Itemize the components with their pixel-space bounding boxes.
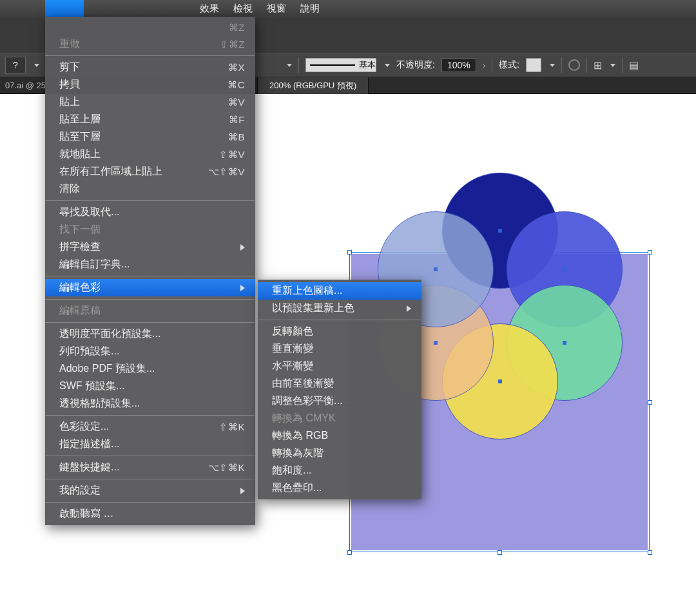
- menu-item[interactable]: 透明度平面化預設集...: [45, 325, 255, 343]
- menu-separator: [45, 299, 255, 300]
- dropdown-caret-icon[interactable]: [34, 64, 39, 67]
- menu-item-label: 編輯色彩: [59, 281, 101, 294]
- arrange-icon[interactable]: ▤: [629, 59, 639, 72]
- menu-item[interactable]: 列印預設集...: [45, 343, 255, 360]
- selection-handle[interactable]: [347, 550, 352, 555]
- anchor-point[interactable]: [498, 380, 502, 383]
- menu-item[interactable]: 尋找及取代...: [45, 204, 255, 221]
- opacity-input[interactable]: 100%: [441, 58, 476, 72]
- menu-item-label: 拼字檢查: [59, 240, 101, 254]
- dropdown-caret-icon[interactable]: [610, 64, 615, 67]
- menu-item-label: 以預設集重新上色: [272, 302, 354, 315]
- menu-item[interactable]: 拷貝⌘C: [45, 76, 255, 93]
- menu-item[interactable]: 鍵盤快捷鍵...⌥⇧⌘K: [45, 459, 255, 476]
- edit-colors-submenu[interactable]: 重新上色圖稿...以預設集重新上色反轉顏色垂直漸變水平漸變由前至後漸變調整色彩平…: [258, 280, 421, 499]
- menu-item-shortcut: ⌥⇧⌘K: [193, 462, 245, 474]
- help-icon[interactable]: ?: [5, 57, 26, 73]
- menubar-item-help[interactable]: 說明: [300, 3, 320, 15]
- menu-item[interactable]: 貼至上層⌘F: [45, 111, 255, 128]
- menubar-item-window[interactable]: 視窗: [267, 3, 286, 15]
- selection-handle[interactable]: [347, 250, 352, 255]
- selection-handle[interactable]: [498, 550, 502, 555]
- menu-item[interactable]: SWF 預設集...: [45, 378, 255, 395]
- menu-separator: [45, 456, 255, 456]
- submenu-arrow-icon: [240, 488, 245, 494]
- menu-item-label: Adobe PDF 預設集...: [59, 362, 155, 376]
- anchor-point[interactable]: [563, 341, 566, 345]
- menu-item[interactable]: 轉換為灰階: [258, 445, 421, 462]
- menu-item[interactable]: 黑色疊印...: [258, 479, 421, 497]
- menubar-item-view[interactable]: 檢視: [233, 3, 253, 15]
- menu-item[interactable]: Adobe PDF 預設集...: [45, 360, 255, 378]
- dropdown-caret-icon[interactable]: [385, 64, 390, 67]
- menu-item[interactable]: 重新上色圖稿...: [258, 282, 421, 300]
- menu-separator: [45, 322, 255, 323]
- menu-item[interactable]: 以預設集重新上色: [258, 300, 421, 317]
- style-swatch[interactable]: [526, 58, 541, 72]
- menu-separator: [258, 320, 421, 320]
- menu-item[interactable]: 我的設定: [45, 482, 255, 499]
- menu-item[interactable]: 貼上⌘V: [45, 93, 255, 111]
- menu-item[interactable]: 調整色彩平衡...: [258, 392, 421, 410]
- document-tab-active[interactable]: 200% (RGB/GPU 預視): [257, 77, 369, 94]
- menu-item[interactable]: 色彩設定...⇧⌘K: [45, 418, 255, 436]
- menu-item[interactable]: 透視格點預設集...: [45, 395, 255, 412]
- stroke-style-dropdown[interactable]: 基本: [305, 58, 376, 72]
- menu-item-shortcut: ⇧⌘Z: [204, 39, 245, 50]
- anchor-point[interactable]: [434, 341, 438, 345]
- menu-item[interactable]: 剪下⌘X: [45, 59, 255, 76]
- selection-handle[interactable]: [648, 400, 652, 405]
- anchor-point[interactable]: [498, 229, 502, 233]
- menu-item: 重做⇧⌘Z: [45, 35, 255, 53]
- menu-item[interactable]: 貼至下層⌘B: [45, 128, 255, 146]
- submenu-arrow-icon: [240, 285, 245, 291]
- menu-item-label: 調整色彩平衡...: [272, 394, 342, 408]
- menu-item[interactable]: 由前至後漸變: [258, 375, 421, 392]
- menu-item-label: 透明度平面化預設集...: [59, 327, 160, 341]
- anchor-point[interactable]: [434, 267, 438, 271]
- align-icon[interactable]: ⊞: [594, 59, 602, 72]
- menu-item[interactable]: 編輯自訂字典...: [45, 256, 255, 273]
- menubar-item-effects[interactable]: 效果: [200, 3, 219, 15]
- menu-item: 編輯原稿: [45, 302, 255, 320]
- menu-item-label: 色彩設定...: [59, 420, 109, 434]
- menu-item-label: SWF 預設集...: [59, 380, 124, 393]
- menu-item-label: 水平漸變: [272, 360, 313, 373]
- document-tab-partial[interactable]: 07.ai @ 25: [0, 81, 51, 90]
- submenu-arrow-icon: [240, 244, 245, 251]
- menu-item-label: 反轉顏色: [272, 325, 313, 338]
- menu-item-label: 由前至後漸變: [272, 377, 334, 390]
- menu-item[interactable]: 拼字檢查: [45, 238, 255, 256]
- menu-item[interactable]: 反轉顏色: [258, 323, 421, 340]
- menu-item-label: 就地貼上: [59, 148, 101, 161]
- menu-separator: [45, 502, 255, 503]
- menu-item-label: 透視格點預設集...: [59, 397, 140, 410]
- recolor-icon[interactable]: [568, 59, 580, 71]
- menu-item[interactable]: 指定描述檔...: [45, 436, 255, 453]
- menu-item-label: 貼至上層: [59, 113, 101, 126]
- separator: [586, 57, 587, 73]
- dropdown-caret-icon[interactable]: [550, 64, 555, 67]
- dropdown-caret-icon[interactable]: [287, 64, 292, 67]
- menu-item[interactable]: 清除: [45, 180, 255, 198]
- menu-item[interactable]: 編輯色彩: [45, 279, 255, 296]
- menu-item[interactable]: 水平漸變: [258, 358, 421, 375]
- selection-handle[interactable]: [648, 250, 652, 255]
- menu-item[interactable]: 在所有工作區域上貼上⌥⇧⌘V: [45, 163, 255, 180]
- menu-item[interactable]: 轉換為 RGB: [258, 427, 421, 445]
- menu-item[interactable]: 啟動聽寫 …: [45, 505, 255, 523]
- menu-item-shortcut: ⌘B: [213, 131, 245, 143]
- menu-item[interactable]: 就地貼上⇧⌘V: [45, 146, 255, 163]
- menu-item[interactable]: 垂直漸變: [258, 340, 421, 358]
- application-menubar[interactable]: x 效果 檢視 視窗 說明: [0, 0, 696, 17]
- menu-item-label: 黑色疊印...: [272, 481, 322, 495]
- menu-item-label: 飽和度...: [272, 464, 311, 477]
- chevron-right-icon[interactable]: ›: [483, 61, 485, 70]
- menu-item-label: 清除: [59, 182, 80, 196]
- anchor-point[interactable]: [563, 267, 566, 271]
- separator: [561, 57, 562, 73]
- menu-item[interactable]: 飽和度...: [258, 462, 421, 479]
- edit-menu-dropdown[interactable]: ⌘Z重做⇧⌘Z剪下⌘X拷貝⌘C貼上⌘V貼至上層⌘F貼至下層⌘B就地貼上⇧⌘V在所…: [45, 17, 255, 525]
- selection-handle[interactable]: [648, 550, 652, 555]
- menu-item-label: 剪下: [59, 61, 80, 74]
